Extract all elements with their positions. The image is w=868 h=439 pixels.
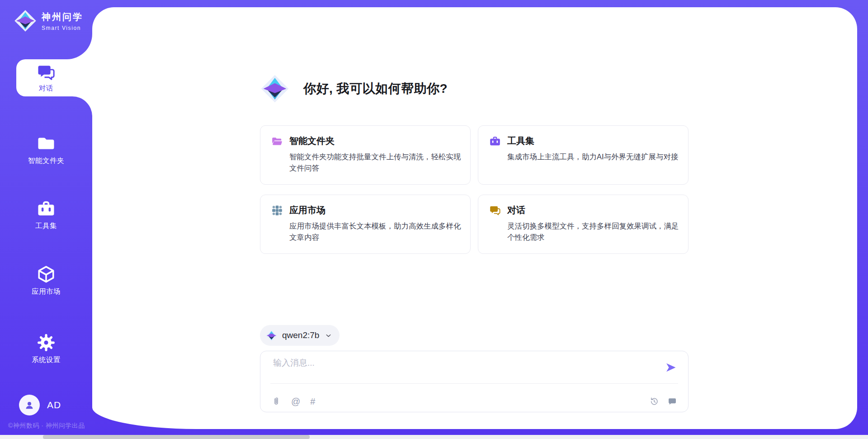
toolbox-icon [489,135,501,147]
card-description: 集成市场上主流工具，助力AI与外界无缝扩展与对接 [507,151,682,162]
card-title: 工具集 [507,135,534,147]
card-description: 应用市场提供丰富长文本模板，助力高效生成多样化文章内容 [289,220,464,243]
card-description: 智能文件夹功能支持批量文件上传与清洗，轻松实现文件问答 [289,151,464,174]
composer-tools-right [649,395,677,408]
card-chat[interactable]: 对话 灵活切换多模型文件，支持多样回复效果调试，满足个性化需求 [478,195,689,254]
brand-logo: 神州问学 Smart Vision [14,9,83,33]
avatar [19,395,40,415]
card-title: 应用市场 [289,204,326,216]
feature-cards: 智能文件夹 智能文件夹功能支持批量文件上传与清洗，轻松实现文件问答 工具集 集成… [260,125,689,254]
card-app-market[interactable]: 应用市场 应用市场提供丰富长文本模板，助力高效生成多样化文章内容 [260,195,471,254]
history-icon[interactable] [649,396,659,406]
sidebar-item-label: 应用市场 [32,287,61,296]
person-icon [24,399,35,411]
scrollbar-thumb[interactable] [43,435,310,439]
grid-icon [271,205,283,216]
folder-icon [37,134,56,153]
folder-open-icon [271,135,283,147]
model-selector[interactable]: qwen2:7b [260,325,340,346]
user-initials: AD [47,400,61,410]
app-window: 神州问学 Smart Vision 对话 智能文件夹 工具集 应用市场 系统设置… [0,0,868,439]
composer-tools-left: @ # [271,395,315,408]
cube-icon [37,265,56,284]
sidebar-item-app-market[interactable]: 应用市场 [0,265,92,296]
sidebar-item-toolbox[interactable]: 工具集 [0,199,92,231]
toolbox-icon [37,199,56,218]
card-title: 对话 [507,204,525,216]
model-name: qwen2:7b [282,330,319,340]
chat-icon [37,63,56,82]
greeting-text: 你好, 我可以如何帮助你? [303,80,448,97]
mention-icon[interactable]: @ [291,396,300,406]
paperclip-icon[interactable] [271,396,281,406]
message-input[interactable] [272,358,654,368]
assistant-diamond-icon [260,74,290,104]
horizontal-scrollbar[interactable] [0,435,868,439]
card-toolbox[interactable]: 工具集 集成市场上主流工具，助力AI与外界无缝扩展与对接 [478,125,689,185]
hash-icon[interactable]: # [310,396,315,406]
sidebar-item-label: 系统设置 [32,355,61,365]
sidebar-item-label: 智能文件夹 [28,156,64,166]
sidebar-item-smart-folder[interactable]: 智能文件夹 [0,134,92,166]
brand-diamond-icon [14,9,37,33]
model-diamond-icon [265,329,278,342]
card-description: 灵活切换多模型文件，支持多样回复效果调试，满足个性化需求 [507,220,682,243]
card-smart-folder[interactable]: 智能文件夹 智能文件夹功能支持批量文件上传与清洗，轻松实现文件问答 [260,125,471,185]
user-profile[interactable]: AD [19,395,61,415]
card-title: 智能文件夹 [289,135,335,147]
sidebar-item-label: 对话 [39,84,53,93]
greeting: 你好, 我可以如何帮助你? [260,74,448,104]
chat-icon [489,205,501,216]
chevron-down-icon [325,332,332,339]
sidebar-item-chat[interactable]: 对话 [0,59,92,96]
gear-icon [37,333,56,352]
sidebar-item-settings[interactable]: 系统设置 [0,333,92,365]
send-icon[interactable] [665,361,677,374]
message-composer: @ # [260,351,689,412]
feedback-bubble-icon[interactable] [667,396,677,406]
brand-name: 神州问学 [42,11,83,23]
composer-divider [270,383,678,384]
brand-subtitle: Smart Vision [42,25,83,31]
copyright-text: ©神州数码 · 神州问学出品 [8,422,85,430]
sidebar-item-label: 工具集 [35,221,57,231]
